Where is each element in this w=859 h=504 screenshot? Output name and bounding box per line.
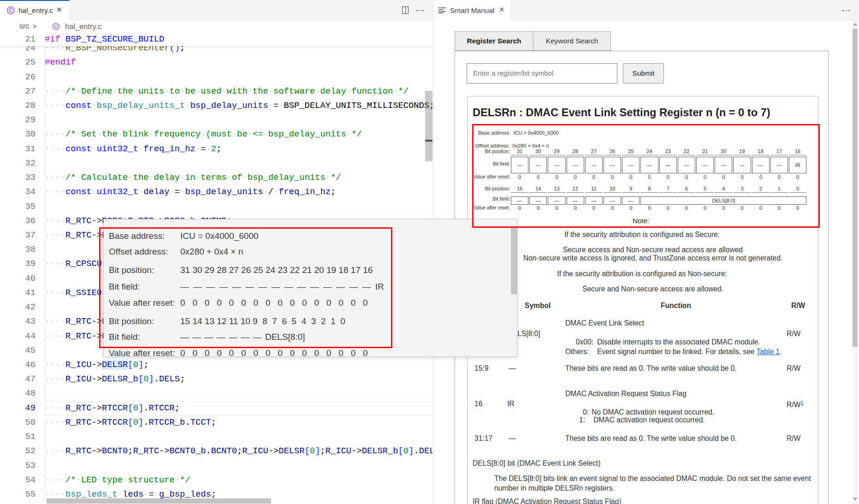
svg-text:C: C — [54, 24, 58, 29]
svg-text:C: C — [9, 8, 13, 13]
